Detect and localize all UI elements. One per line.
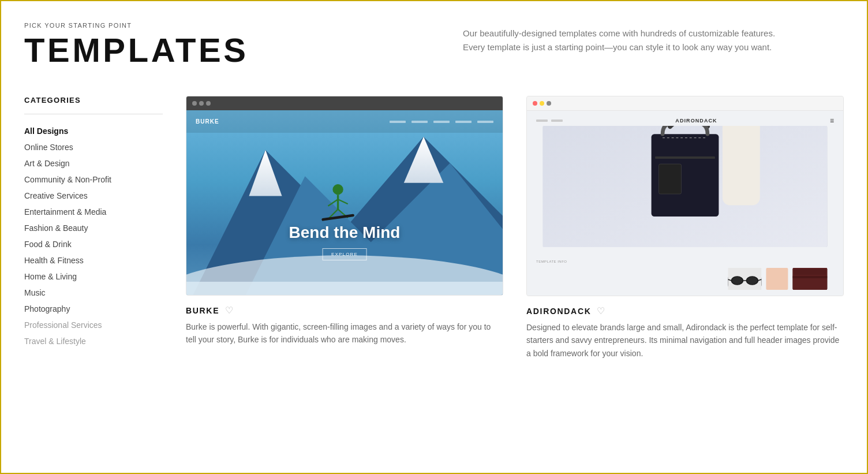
svg-rect-18 <box>659 164 682 194</box>
product-thumb-pouch <box>766 268 788 290</box>
burke-mountain-svg <box>186 110 503 295</box>
svg-point-7 <box>332 184 343 195</box>
svg-rect-28 <box>793 276 828 278</box>
sidebar-link-health[interactable]: Health & Fitness <box>24 256 84 265</box>
header-left: PICK YOUR STARTING POINT TEMPLATES <box>24 22 301 67</box>
page-wrapper: PICK YOUR STARTING POINT TEMPLATES Our b… <box>0 0 868 474</box>
categories-label: CATEGORIES <box>24 96 163 104</box>
header-description: Our beautifully-designed templates come … <box>463 27 786 54</box>
adirondack-description: Designed to elevate brands large and sma… <box>526 321 844 360</box>
svg-point-23 <box>747 277 758 285</box>
nav-dot-1 <box>536 120 548 122</box>
burke-nav-link-5 <box>477 121 493 123</box>
burke-nav-link-3 <box>433 121 450 123</box>
header-subtitle: PICK YOUR STARTING POINT <box>24 22 301 29</box>
sidebar-item-fashion[interactable]: Fashion & Beauty <box>24 223 163 233</box>
burke-hero: BURKE Bend the Mind EXPLORE <box>186 110 503 295</box>
adirondack-name: ADIRONDACK <box>526 307 591 316</box>
wallet-svg <box>793 268 828 290</box>
template-card-burke[interactable]: BURKE Bend the Mind EXPLORE <box>186 96 503 360</box>
sidebar-item-food[interactable]: Food & Drink <box>24 239 163 249</box>
sidebar-link-entertainment[interactable]: Entertainment & Media <box>24 207 106 217</box>
adirondack-nav-lines <box>536 120 563 122</box>
burke-nav-links <box>390 121 493 123</box>
burke-nav-link-2 <box>411 121 428 123</box>
adirondack-favorite-icon[interactable]: ♡ <box>597 305 605 316</box>
sidebar-item-music[interactable]: Music <box>24 288 163 298</box>
adirondack-menu-icon[interactable]: ≡ <box>830 117 834 125</box>
sidebar-link-food[interactable]: Food & Drink <box>24 240 72 249</box>
adirondack-bag-svg <box>542 126 827 247</box>
sidebar-link-professional[interactable]: Professional Services <box>24 320 102 330</box>
burke-logo: BURKE <box>196 118 219 125</box>
burke-description: Burke is powerful. With gigantic, screen… <box>186 320 503 346</box>
burke-nav: BURKE <box>186 110 503 133</box>
burke-name-row: BURKE ♡ <box>186 305 503 316</box>
sidebar-item-travel[interactable]: Travel & Lifestyle <box>24 336 163 346</box>
svg-rect-6 <box>186 282 503 295</box>
dot-2 <box>199 101 204 106</box>
burke-window-chrome <box>186 96 503 110</box>
sidebar-divider <box>24 114 163 114</box>
sidebar: CATEGORIES All Designs Online Stores Art… <box>24 84 174 360</box>
dot-1 <box>533 101 537 106</box>
sidebar-item-professional[interactable]: Professional Services <box>24 320 163 330</box>
svg-rect-20 <box>723 126 760 205</box>
product-thumb-wallet <box>793 268 828 290</box>
sidebar-link-fashion[interactable]: Fashion & Beauty <box>24 223 88 233</box>
adirondack-name-row: ADIRONDACK ♡ <box>526 305 844 316</box>
dot-1 <box>192 101 197 106</box>
product-thumb-sunglasses <box>728 268 762 290</box>
burke-headline: Bend the Mind <box>289 223 401 242</box>
sidebar-item-health[interactable]: Health & Fitness <box>24 255 163 266</box>
header: PICK YOUR STARTING POINT TEMPLATES Our b… <box>1 1 867 84</box>
burke-nav-link-1 <box>390 121 406 123</box>
main-content: CATEGORIES All Designs Online Stores Art… <box>1 84 867 383</box>
sidebar-link-community[interactable]: Community & Non-Profit <box>24 175 111 184</box>
burke-nav-link-4 <box>455 121 472 123</box>
sidebar-item-art-design[interactable]: Art & Design <box>24 158 163 169</box>
sidebar-nav: All Designs Online Stores Art & Design C… <box>24 126 163 346</box>
burke-preview[interactable]: BURKE Bend the Mind EXPLORE <box>186 96 503 296</box>
dot-3 <box>206 101 211 106</box>
adirondack-hero: ADIRONDACK ≡ <box>527 111 843 296</box>
page-title: TEMPLATES <box>24 33 301 67</box>
sidebar-link-online-stores[interactable]: Online Stores <box>24 143 73 152</box>
sidebar-link-photography[interactable]: Photography <box>24 304 70 313</box>
sidebar-link-travel[interactable]: Travel & Lifestyle <box>24 337 86 346</box>
sunglasses-svg <box>728 268 762 290</box>
sidebar-item-community[interactable]: Community & Non-Profit <box>24 174 163 185</box>
dot-2 <box>540 101 544 106</box>
svg-point-22 <box>732 277 743 285</box>
adirondack-brand: ADIRONDACK <box>675 118 717 124</box>
burke-hero-text: Bend the Mind EXPLORE <box>289 223 401 260</box>
sidebar-link-home[interactable]: Home & Living <box>24 272 77 281</box>
sidebar-link-creative[interactable]: Creative Services <box>24 191 88 200</box>
adirondack-window-chrome <box>527 96 843 111</box>
nav-dot-2 <box>551 120 563 122</box>
sidebar-link-all-designs[interactable]: All Designs <box>24 126 68 136</box>
sidebar-item-online-stores[interactable]: Online Stores <box>24 142 163 152</box>
sidebar-item-entertainment[interactable]: Entertainment & Media <box>24 207 163 217</box>
adirondack-label-text: TEMPLATE INFO <box>536 260 567 263</box>
adirondack-products <box>542 268 827 290</box>
burke-explore-btn[interactable]: EXPLORE <box>323 248 366 260</box>
sidebar-item-home[interactable]: Home & Living <box>24 271 163 282</box>
adirondack-preview-wrapper[interactable]: ADIRONDACK ≡ <box>526 96 844 296</box>
burke-name: BURKE <box>186 306 219 315</box>
template-card-adirondack[interactable]: ADIRONDACK ≡ <box>526 96 844 360</box>
svg-rect-29 <box>794 269 826 275</box>
sidebar-item-creative[interactable]: Creative Services <box>24 191 163 201</box>
sidebar-item-all-designs[interactable]: All Designs <box>24 126 163 136</box>
sidebar-item-photography[interactable]: Photography <box>24 304 163 314</box>
adirondack-hero-img <box>542 126 827 247</box>
header-right: Our beautifully-designed templates come … <box>301 22 844 54</box>
templates-grid: BURKE Bend the Mind EXPLORE <box>174 84 844 360</box>
dot-3 <box>547 101 551 106</box>
sidebar-link-art-design[interactable]: Art & Design <box>24 159 70 168</box>
sidebar-link-music[interactable]: Music <box>24 288 46 297</box>
svg-rect-17 <box>655 156 715 159</box>
burke-favorite-icon[interactable]: ♡ <box>225 305 233 316</box>
